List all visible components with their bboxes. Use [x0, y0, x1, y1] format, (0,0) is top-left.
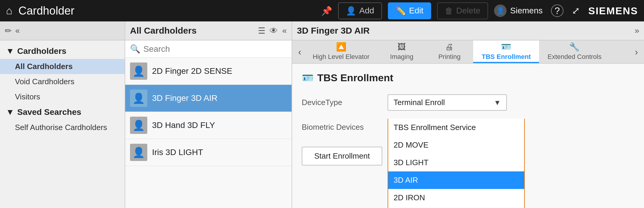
sidebar-item-visitors[interactable]: Visitors: [0, 89, 125, 104]
card-name: 3D Finger 3D AIR: [152, 93, 217, 103]
elevator-icon: 🔼: [336, 42, 346, 52]
tab-tbs-enrollment[interactable]: 🪪 TBS Enrollment: [473, 40, 539, 63]
device-type-row: DeviceType Terminal Enroll ▼: [302, 94, 634, 111]
tbs-enrollment-icon: 🪪: [501, 42, 511, 52]
dropdown-option-3d-light[interactable]: 3D LIGHT: [388, 154, 524, 171]
right-panel: 3D Finger 3D AIR » ‹ 🔼 High Level Elevat…: [292, 21, 644, 208]
edit-icon: ✏️: [396, 6, 406, 16]
sidebar-item-void-cardholders[interactable]: Void Cardholders: [0, 74, 125, 89]
middle-panel-header: All Cardholders ☰ 👁 «: [125, 21, 292, 40]
cardholders-group[interactable]: ▼ Cardholders: [0, 43, 125, 59]
help-icon[interactable]: ?: [551, 4, 564, 17]
pin-icon[interactable]: 📌: [321, 6, 332, 16]
expand-screen-icon[interactable]: ⤢: [572, 5, 580, 16]
search-icon: 🔍: [130, 44, 140, 54]
tab-high-level-elevator[interactable]: 🔼 High Level Elevator: [304, 40, 378, 63]
left-panel: ✏ « ▼ Cardholders All Cardholders Void C…: [0, 21, 125, 208]
start-enrollment-button[interactable]: Start Enrollment: [302, 147, 382, 165]
add-person-icon: 👤: [346, 6, 356, 16]
middle-panel: All Cardholders ☰ 👁 « 🔍 👤 2D Finger 2D S…: [125, 21, 292, 208]
eye-icon[interactable]: 👁: [270, 26, 278, 36]
dropdown-option-2d-iron[interactable]: 2D IRON: [388, 189, 524, 207]
search-bar[interactable]: 🔍: [125, 40, 292, 58]
avatar: 👤: [130, 117, 147, 134]
saved-searches-group[interactable]: ▼ Saved Searches: [0, 104, 125, 120]
left-panel-header: ✏ «: [0, 21, 125, 40]
delete-icon: 🗑: [445, 6, 453, 16]
list-item[interactable]: 👤 3D Hand 3D FLY: [125, 112, 292, 139]
tab-extended-controls[interactable]: 🔧 Extended Controls: [539, 40, 610, 63]
device-type-select[interactable]: Terminal Enroll ▼: [388, 94, 507, 111]
delete-button[interactable]: 🗑 Delete: [437, 2, 488, 19]
collapse-left-icon[interactable]: «: [15, 26, 20, 35]
collapse-middle-icon[interactable]: «: [282, 26, 287, 35]
device-type-value: Terminal Enroll: [394, 98, 445, 107]
tabs-bar: ‹ 🔼 High Level Elevator 🖼 Imaging 🖨 Prin…: [292, 40, 644, 64]
chevron-down-icon: ▼: [494, 98, 501, 107]
biometric-devices-label: Biometric Devices: [302, 123, 379, 132]
tab-prev-icon[interactable]: ‹: [295, 46, 304, 57]
username-label: Siemens: [510, 6, 543, 15]
main-layout: ✏ « ▼ Cardholders All Cardholders Void C…: [0, 21, 644, 208]
user-info: 👤 Siemens: [494, 4, 543, 17]
tab-label: High Level Elevator: [313, 53, 370, 61]
right-panel-title: 3D Finger 3D AIR: [297, 26, 634, 36]
dropdown-option-3d-air[interactable]: 3D AIR: [388, 171, 524, 189]
middle-header-icons: ☰ 👁 «: [258, 26, 287, 36]
saved-searches-arrow-icon: ▼: [6, 107, 14, 117]
tab-printing[interactable]: 🖨 Printing: [425, 40, 473, 63]
saved-searches-group-label: Saved Searches: [17, 107, 81, 117]
printing-icon: 🖨: [445, 42, 453, 52]
card-name: 3D Hand 3D FLY: [152, 121, 215, 130]
add-button[interactable]: 👤 Add: [338, 2, 382, 19]
content-area: 🪪 TBS Enrollment DeviceType Terminal Enr…: [292, 64, 644, 208]
dropdown-option-tbs-enrollment-service[interactable]: TBS Enrollment Service: [388, 119, 524, 136]
list-item[interactable]: 👤 3D Finger 3D AIR: [125, 85, 292, 112]
card-name: Iris 3D LIGHT: [152, 148, 203, 157]
section-title: 🪪 TBS Enrollment: [302, 72, 634, 84]
section-icon: 🪪: [302, 72, 314, 84]
list-item[interactable]: 👤 2D Finger 2D SENSE: [125, 58, 292, 85]
avatar: 👤: [130, 90, 147, 107]
siemens-logo: SIEMENS: [588, 5, 638, 17]
avatar: 👤: [130, 144, 147, 161]
cardholders-group-label: Cardholders: [17, 46, 66, 56]
tab-label: Extended Controls: [547, 53, 601, 61]
tree-section: ▼ Cardholders All Cardholders Void Cardh…: [0, 40, 125, 138]
expand-right-icon[interactable]: »: [634, 26, 639, 35]
edit-pencil-icon[interactable]: ✏: [5, 26, 12, 36]
tab-imaging[interactable]: 🖼 Imaging: [378, 40, 425, 63]
sidebar-item-self-authorise[interactable]: Self Authorise Cardholders: [0, 120, 125, 135]
right-panel-header: 3D Finger 3D AIR »: [292, 21, 644, 40]
avatar: 👤: [130, 62, 147, 80]
list-icon[interactable]: ☰: [258, 26, 265, 36]
edit-button[interactable]: ✏️ Edit: [388, 2, 431, 19]
top-navbar: ⌂ Cardholder 📌 👤 Add ✏️ Edit 🗑 Delete 👤 …: [0, 0, 644, 21]
imaging-icon: 🖼: [397, 42, 406, 52]
list-item[interactable]: 👤 Iris 3D LIGHT: [125, 139, 292, 166]
middle-panel-title: All Cardholders: [130, 26, 254, 36]
cardholders-arrow-icon: ▼: [6, 46, 14, 56]
extended-controls-icon: 🔧: [569, 42, 580, 52]
dropdown-option-2d-move[interactable]: 2D MOVE: [388, 136, 524, 154]
tab-label: Printing: [438, 53, 461, 61]
sidebar-item-all-cardholders[interactable]: All Cardholders: [0, 59, 125, 74]
tab-next-icon[interactable]: ›: [632, 46, 641, 57]
device-type-label: DeviceType: [302, 98, 379, 107]
tab-label: TBS Enrollment: [482, 53, 531, 61]
biometric-devices-dropdown: TBS Enrollment Service 2D MOVE 3D LIGHT …: [388, 119, 525, 208]
avatar: 👤: [494, 4, 507, 17]
tab-label: Imaging: [390, 53, 413, 61]
app-title: Cardholder: [18, 4, 315, 17]
card-list: 👤 2D Finger 2D SENSE 👤 3D Finger 3D AIR …: [125, 58, 292, 208]
dropdown-option-2d-sense[interactable]: 2D SENSE: [388, 207, 524, 208]
search-input[interactable]: [143, 44, 287, 54]
home-icon[interactable]: ⌂: [6, 4, 13, 17]
card-name: 2D Finger 2D SENSE: [152, 66, 232, 76]
